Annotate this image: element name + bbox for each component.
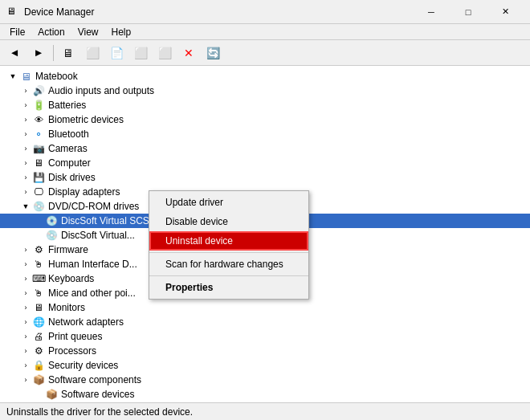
tree-item-software-components[interactable]: › 📦 Software components	[0, 373, 530, 387]
icon-mice: 🖱	[32, 287, 45, 300]
expand-icon-display: ›	[19, 186, 32, 198]
app-icon: 🖥	[6, 6, 19, 18]
tree-item-processors[interactable]: › ⚙ Processors	[0, 344, 530, 358]
icon-batteries: 🔋	[32, 99, 45, 112]
icon-discsoft2: 💿	[45, 229, 58, 242]
label-security: Security devices	[48, 360, 118, 371]
tree-item-security[interactable]: › 🔒 Security devices	[0, 358, 530, 373]
icon-sw-components: 📦	[32, 373, 45, 386]
label-network: Network adapters	[48, 316, 124, 328]
remove-button[interactable]: ✕	[177, 43, 200, 63]
back-button[interactable]: ◄	[3, 43, 26, 63]
icon-bluetooth: ⚬	[32, 128, 45, 141]
icon-dvd: 💿	[32, 200, 45, 213]
expand-icon-biometric: ›	[19, 113, 32, 126]
refresh-button[interactable]: 🔄	[202, 43, 224, 63]
tree-item-disk[interactable]: › 💾 Disk drives	[0, 170, 530, 185]
expand-icon-audio: ›	[19, 84, 32, 97]
expand-icon-network: ›	[19, 316, 32, 328]
expand-icon-bluetooth: ›	[19, 128, 32, 141]
tree-item-monitors[interactable]: › 🖥 Monitors	[0, 300, 530, 315]
tree-item-bluetooth[interactable]: › ⚬ Bluetooth	[0, 127, 530, 141]
ctx-separator	[149, 252, 308, 253]
title-bar: 🖥 Device Manager ─ □ ✕	[0, 0, 530, 24]
ctx-update-driver[interactable]: Update driver	[149, 193, 308, 212]
icon-cameras: 📷	[32, 142, 45, 155]
ctx-disable-device[interactable]: Disable device	[149, 212, 308, 231]
maximize-button[interactable]: □	[450, 0, 487, 24]
label-print: Print queues	[48, 331, 102, 342]
tree-item-sound[interactable]: › 🎵 Sound, video and game controllers	[0, 402, 530, 402]
scan-hardware-button[interactable]: 📄	[105, 43, 128, 63]
tree-root-label: Matebook	[35, 71, 78, 82]
icon-firmware: ⚙	[32, 243, 45, 256]
icon-audio: 🔊	[32, 84, 45, 97]
label-hid: Human Interface D...	[48, 259, 137, 270]
context-menu: Update driver Disable device Uninstall d…	[149, 190, 309, 300]
label-dvd: DVD/CD-ROM drives	[48, 201, 139, 212]
icon-sw-devices: 📦	[45, 388, 58, 401]
window-title: Device Manager	[24, 6, 413, 18]
toolbar-btn-4[interactable]: ⬜	[129, 43, 152, 63]
expand-icon-batteries: ›	[19, 99, 32, 112]
tree-item-print[interactable]: › 🖨 Print queues	[0, 329, 530, 344]
menu-file[interactable]: File	[3, 25, 31, 39]
uninstall-button[interactable]: ⬜	[153, 43, 176, 63]
icon-processors: ⚙	[32, 345, 45, 357]
tree-item-biometric[interactable]: › 👁 Biometric devices	[0, 112, 530, 127]
forward-button[interactable]: ►	[27, 43, 50, 63]
ctx-properties[interactable]: Properties	[149, 278, 308, 297]
label-processors: Processors	[48, 345, 96, 357]
expand-icon-disk: ›	[19, 171, 32, 184]
expand-icon-cameras: ›	[19, 142, 32, 155]
icon-computer: 🖥	[19, 70, 32, 83]
label-biometric: Biometric devices	[48, 114, 124, 125]
expand-icon-monitors: ›	[19, 301, 32, 314]
update-driver-button[interactable]: ⬜	[81, 43, 104, 63]
menu-action[interactable]: Action	[31, 25, 71, 39]
label-display: Display adapters	[48, 186, 120, 198]
tree-item-network[interactable]: › 🌐 Network adapters	[0, 315, 530, 329]
label-sw-devices: Software devices	[61, 389, 134, 400]
toolbar-separator-1	[53, 45, 54, 61]
label-computer: Computer	[48, 157, 91, 169]
label-audio: Audio inputs and outputs	[48, 85, 154, 96]
tree-item-software-devices[interactable]: 📦 Software devices	[0, 387, 530, 402]
status-bar: Uninstalls the driver for the selected d…	[0, 402, 530, 420]
tree-item-audio[interactable]: › 🔊 Audio inputs and outputs	[0, 84, 530, 98]
window-controls: ─ □ ✕	[413, 0, 524, 24]
expand-icon-discsoft2	[32, 229, 45, 242]
tree-item-batteries[interactable]: › 🔋 Batteries	[0, 98, 530, 112]
icon-print: 🖨	[32, 330, 45, 343]
menu-view[interactable]: View	[71, 25, 105, 39]
expand-icon-processors: ›	[19, 345, 32, 357]
tree-item-computer[interactable]: › 🖥 Computer	[0, 156, 530, 170]
ctx-scan-hardware[interactable]: Scan for hardware changes	[149, 255, 308, 274]
ctx-uninstall-device[interactable]: Uninstall device	[149, 231, 308, 251]
menu-help[interactable]: Help	[105, 25, 138, 39]
tree-root[interactable]: ▼ 🖥 Matebook	[0, 69, 530, 84]
main-area: ▼ 🖥 Matebook › 🔊 Audio inputs and output…	[0, 66, 530, 402]
expand-icon-hid: ›	[19, 258, 32, 271]
icon-disk: 💾	[32, 171, 45, 184]
label-firmware: Firmware	[48, 244, 88, 255]
expand-icon-computer: ›	[19, 157, 32, 169]
tree-item-cameras[interactable]: › 📷 Cameras	[0, 141, 530, 156]
toolbar: ◄ ► 🖥 ⬜ 📄 ⬜ ⬜ ✕ 🔄	[0, 40, 530, 66]
expand-icon-mice: ›	[19, 287, 32, 300]
label-disk: Disk drives	[48, 172, 96, 183]
label-bluetooth: Bluetooth	[48, 128, 89, 140]
icon-display: 🖵	[32, 186, 45, 198]
minimize-button[interactable]: ─	[413, 0, 450, 24]
icon-biometric: 👁	[32, 113, 45, 126]
expand-icon-keyboards: ›	[19, 272, 32, 285]
label-mice: Mice and other poi...	[48, 287, 136, 299]
close-button[interactable]: ✕	[487, 0, 524, 24]
label-monitors: Monitors	[48, 302, 85, 313]
expand-icon-sw-devices	[32, 388, 45, 401]
icon-discsoft: 💿	[45, 214, 58, 227]
expand-icon-root: ▼	[6, 70, 19, 83]
properties-button[interactable]: 🖥	[57, 43, 80, 63]
icon-hid: 🖱	[32, 258, 45, 271]
expand-icon-discsoft	[32, 214, 45, 227]
